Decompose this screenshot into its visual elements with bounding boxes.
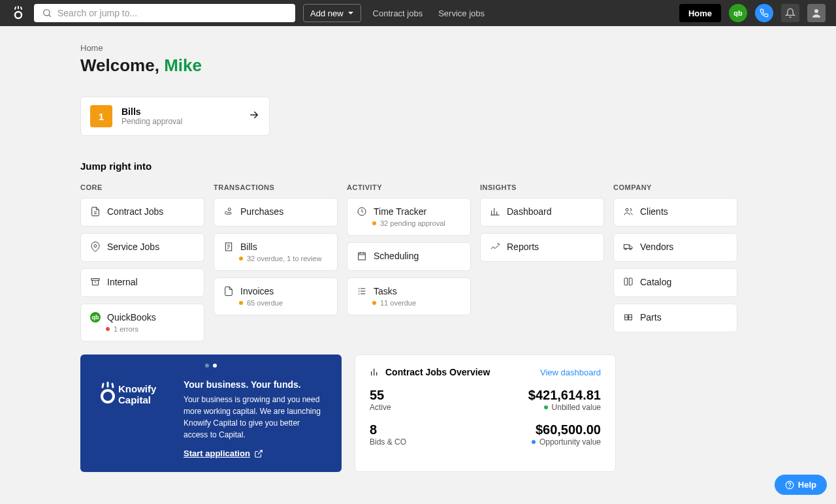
clock-icon bbox=[357, 206, 367, 217]
contract-jobs-overview: Contract Jobs Overview View dashboard 55… bbox=[355, 354, 616, 472]
col-insights-label: INSIGHTS bbox=[480, 183, 604, 191]
breadcrumb: Home bbox=[80, 43, 756, 53]
view-dashboard-link[interactable]: View dashboard bbox=[540, 368, 601, 377]
quickbooks-button[interactable]: qb bbox=[729, 4, 747, 22]
svg-point-12 bbox=[102, 390, 114, 402]
tile-scheduling[interactable]: Scheduling bbox=[347, 242, 471, 271]
svg-point-3 bbox=[94, 245, 97, 247]
promo-card: Knowify Capital Your business. Your fund… bbox=[80, 354, 342, 472]
document-icon bbox=[90, 206, 101, 217]
add-new-label: Add new bbox=[310, 8, 344, 18]
calendar-icon bbox=[357, 251, 367, 261]
chevron-down-icon bbox=[347, 10, 354, 16]
bills-card-subtitle: Pending approval bbox=[121, 117, 182, 126]
svg-rect-4 bbox=[91, 279, 99, 281]
bills-card-title: Bills bbox=[121, 106, 182, 117]
tile-service-jobs[interactable]: Service Jobs bbox=[80, 233, 204, 262]
quick-links: CORE Contract Jobs Service Jobs Internal… bbox=[80, 183, 756, 348]
nav-service-jobs[interactable]: Service jobs bbox=[434, 8, 489, 18]
active-count: 55 bbox=[370, 388, 391, 403]
nav-contract-jobs[interactable]: Contract jobs bbox=[369, 8, 427, 18]
bills-pending-card[interactable]: 1 Bills Pending approval bbox=[80, 97, 270, 136]
checklist-icon bbox=[357, 286, 367, 296]
bills-count-badge: 1 bbox=[90, 105, 112, 127]
col-activity-label: ACTIVITY bbox=[347, 183, 471, 191]
svg-point-0 bbox=[15, 12, 22, 18]
status-dot bbox=[372, 221, 376, 225]
tile-catalog[interactable]: Catalog bbox=[613, 268, 737, 297]
phone-button[interactable] bbox=[755, 4, 773, 22]
external-link-icon bbox=[254, 449, 263, 458]
active-label: Active bbox=[370, 403, 391, 412]
search-wrap bbox=[34, 4, 295, 22]
search-input[interactable] bbox=[34, 4, 295, 22]
svg-rect-9 bbox=[624, 245, 629, 249]
parts-icon bbox=[623, 312, 634, 323]
tile-internal[interactable]: Internal bbox=[80, 268, 204, 297]
help-icon bbox=[785, 480, 794, 490]
status-dot bbox=[239, 301, 243, 305]
bar-chart-icon bbox=[490, 206, 500, 217]
bar-chart-icon bbox=[370, 367, 380, 377]
pin-icon bbox=[90, 242, 101, 252]
users-icon bbox=[623, 206, 634, 217]
invoice-icon bbox=[223, 286, 234, 296]
archive-icon bbox=[90, 277, 101, 287]
trend-icon bbox=[490, 242, 500, 252]
arrow-right-icon bbox=[248, 109, 260, 123]
bell-icon bbox=[785, 8, 796, 18]
home-button[interactable]: Home bbox=[679, 4, 721, 22]
col-company-label: COMPANY bbox=[613, 183, 737, 191]
add-new-button[interactable]: Add new bbox=[303, 4, 361, 22]
page-title: Welcome, Mike bbox=[80, 55, 756, 76]
tile-time-tracker[interactable]: Time Tracker32 pending approval bbox=[347, 198, 471, 236]
overview-title: Contract Jobs Overview bbox=[370, 367, 490, 377]
tile-dashboard[interactable]: Dashboard bbox=[480, 198, 604, 227]
bids-label: Bids & CO bbox=[370, 437, 406, 447]
search-icon bbox=[42, 8, 52, 18]
promo-description: Your business is growing and you need mo… bbox=[184, 394, 323, 441]
unbilled-value: $421,614.81 bbox=[528, 388, 601, 403]
tile-parts[interactable]: Parts bbox=[613, 304, 737, 332]
app-logo[interactable] bbox=[10, 5, 26, 21]
svg-text:Capital: Capital bbox=[118, 394, 151, 405]
notifications-button[interactable] bbox=[781, 4, 799, 22]
user-icon bbox=[811, 7, 822, 19]
status-dot bbox=[372, 301, 376, 305]
jump-heading: Jump right into bbox=[80, 161, 756, 172]
tile-contract-jobs[interactable]: Contract Jobs bbox=[80, 198, 204, 227]
tile-reports[interactable]: Reports bbox=[480, 233, 604, 262]
opportunity-value: $60,500.00 bbox=[532, 422, 601, 437]
start-application-link[interactable]: Start application bbox=[184, 449, 263, 458]
tile-purchases[interactable]: Purchases bbox=[214, 198, 338, 227]
status-dot bbox=[106, 327, 110, 331]
bids-count: 8 bbox=[370, 422, 406, 437]
receipt-icon bbox=[223, 242, 234, 252]
svg-point-8 bbox=[626, 208, 628, 211]
svg-rect-7 bbox=[359, 253, 366, 260]
topbar: Add new Contract jobs Service jobs Home … bbox=[0, 0, 836, 26]
unbilled-label: Unbilled value bbox=[528, 403, 601, 412]
tile-quickbooks[interactable]: qbQuickBooks1 errors bbox=[80, 304, 204, 341]
truck-icon bbox=[623, 242, 634, 252]
hand-coins-icon bbox=[223, 206, 234, 217]
tile-bills[interactable]: Bills32 overdue, 1 to review bbox=[214, 233, 338, 271]
help-button[interactable]: Help bbox=[775, 475, 827, 495]
book-icon bbox=[623, 277, 634, 287]
carousel-dots[interactable] bbox=[205, 364, 217, 368]
opportunity-label: Opportunity value bbox=[532, 437, 601, 447]
promo-title: Your business. Your funds. bbox=[184, 379, 323, 390]
tile-clients[interactable]: Clients bbox=[613, 198, 737, 227]
quickbooks-icon: qb bbox=[90, 312, 101, 323]
knowify-capital-logo: Knowify Capital bbox=[99, 379, 170, 459]
status-dot bbox=[239, 257, 243, 260]
svg-point-2 bbox=[814, 9, 818, 13]
col-core-label: CORE bbox=[80, 183, 204, 191]
svg-text:Knowify: Knowify bbox=[118, 383, 157, 394]
tile-vendors[interactable]: Vendors bbox=[613, 233, 737, 262]
tile-invoices[interactable]: Invoices65 overdue bbox=[214, 277, 338, 315]
tile-tasks[interactable]: Tasks11 overdue bbox=[347, 277, 471, 315]
col-transactions-label: TRANSACTIONS bbox=[214, 183, 338, 191]
phone-icon bbox=[760, 8, 769, 18]
avatar-button[interactable] bbox=[807, 4, 826, 22]
